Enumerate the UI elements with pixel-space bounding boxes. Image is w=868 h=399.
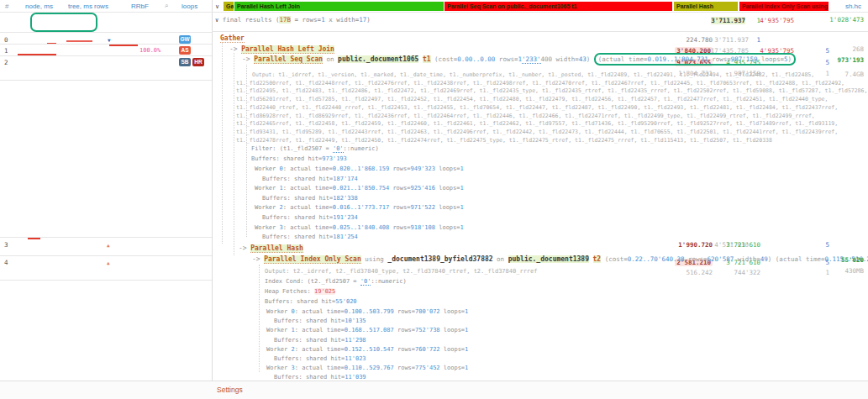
node-ms: 224.780 <box>686 36 713 44</box>
shhc-join: 268 <box>852 45 864 53</box>
node-ms: 1'990.720 <box>678 241 713 249</box>
worker-line: Worker 0: actual time=0.020..1'868.159 r… <box>255 165 464 175</box>
divider <box>0 280 212 281</box>
heat-bar <box>28 238 40 239</box>
column-header-rrbf[interactable]: RRbF <box>131 3 149 10</box>
worker-line: Buffers: shared hit=182'338 <box>255 194 464 204</box>
index-cond-line: Index Cond: (t2._fld2507 = '0'::numeric) <box>265 276 538 286</box>
divider <box>0 80 212 81</box>
buffers-line: Buffers: shared hit=973'193 <box>251 154 379 164</box>
node-name[interactable]: Gather <box>220 34 245 43</box>
settings-link[interactable]: Settings <box>217 386 243 394</box>
collapse-chevron-icon[interactable]: ∨ <box>215 3 219 10</box>
table-alias[interactable]: t2 <box>593 255 602 263</box>
worker-line: Worker 3: actual time=0.110..529.767 row… <box>266 364 468 373</box>
workers-block: Worker 0: actual time=0.100..503.799 row… <box>266 307 468 383</box>
worker-line: Worker 1: actual time=0.168..517.087 row… <box>266 326 468 335</box>
badge-gw[interactable]: GW <box>179 35 191 44</box>
rrbf-percent: 100.0% <box>139 47 160 54</box>
node-name[interactable]: Parallel Index Only Scan <box>264 255 361 264</box>
sub-loops: 1 <box>825 269 829 276</box>
divider <box>212 31 868 32</box>
final-results-line[interactable]: ∨ final results (17B = rows=1 x width=17… <box>215 16 371 24</box>
rows-value: 3'721'610 <box>726 241 760 249</box>
arrow: -> <box>239 244 247 252</box>
heap-fetches-value: 19'025 <box>314 288 335 295</box>
row-num: 2 <box>4 59 8 66</box>
index-name[interactable]: _document1389_byfield37882 <box>387 255 492 263</box>
flame-segment-hash[interactable]: Parallel Hash <box>674 2 738 11</box>
badge-as[interactable]: AS <box>179 46 191 55</box>
summary-tree-ms: 3'711.937 <box>711 17 745 24</box>
summary-highlight-ring <box>30 13 97 32</box>
heat-bar <box>66 40 92 42</box>
column-header-num: # <box>5 3 8 10</box>
filter-buffers-block: Filter: (t1._fld2507 = '0'::numeric) Buf… <box>251 144 379 164</box>
rows-value: 1 <box>756 36 760 44</box>
divider <box>0 55 212 56</box>
column-header-rows[interactable]: rows <box>94 3 108 10</box>
table-alias[interactable]: t1 <box>423 55 431 63</box>
footer-bar: Settings <box>0 381 868 399</box>
node-name[interactable]: Parallel Hash <box>250 244 303 253</box>
plan-node-index-only-scan[interactable]: -> Parallel Index Only Scan using _docum… <box>252 255 868 263</box>
node-name[interactable]: Parallel Seq Scan <box>254 55 323 64</box>
worker-line: Worker 2: actual time=0.152..510.547 row… <box>266 345 468 354</box>
output-line: t1._fld22440_rtref, t1._fld22440_rrref, … <box>236 104 867 113</box>
flame-segment-hash-join[interactable]: Parallel Hash Left Join <box>234 2 444 11</box>
sub-rows: 744'322 <box>734 269 760 276</box>
expand-chevron-icon[interactable]: ∨ <box>215 17 218 24</box>
divider <box>0 32 212 33</box>
flame-segment-gather[interactable]: Ga <box>224 2 234 11</box>
plan-node-gather[interactable]: Gather <box>220 34 245 42</box>
shhc-seq-hit: 973'193 <box>837 56 864 64</box>
column-header-loops[interactable]: loops <box>181 3 197 10</box>
heap-fetches-line: Heap Fetches: 19'025 <box>265 286 538 297</box>
search-icon[interactable]: ⌕ <box>165 2 168 10</box>
divider <box>212 12 868 13</box>
worker-line: Buffers: shared hit=11'023 <box>266 354 468 364</box>
output-line: Output: t1._idrref, t1._version, t1._mar… <box>236 71 867 80</box>
pane-divider[interactable] <box>212 0 213 381</box>
divider <box>0 44 212 45</box>
flame-segment-seq-scan[interactable]: Parallel Seq Scan on public._document106… <box>445 2 672 11</box>
loops-value: 5 <box>825 59 829 66</box>
output-columns-block: Output: t1._idrref, t1._version, t1._mar… <box>236 71 867 144</box>
shhc-column-link[interactable]: sh.hc <box>845 3 861 10</box>
plan-node-seq-scan[interactable]: -> Parallel Seq Scan on public._document… <box>242 55 796 63</box>
heat-bar <box>109 45 138 46</box>
output-line: t1._fld22465rref, t1._fld22458, t1._fld2… <box>236 120 867 129</box>
output-line: t1._fld56201rref, t1._fld57285, t1._fld2… <box>236 96 867 104</box>
badge-hr[interactable]: HR <box>192 58 204 66</box>
output-line: t1._fld22500rref, t1._fld22448rref, t1._… <box>236 80 867 88</box>
node-name[interactable]: Parallel Hash Left Join <box>241 45 334 54</box>
row-num: 1 <box>4 47 8 55</box>
column-header-tree-ms[interactable]: tree, ms <box>68 3 92 10</box>
cost-info: (cost=0.00..0.00 rows=1'233'400 width=43… <box>434 55 590 64</box>
worker-line: Buffers: shared hit=191'234 <box>255 213 464 223</box>
shhc-idx-hit: 55'020 <box>841 256 864 264</box>
cost-info: (cost=0.22..70'640.38 rows=620'587 width… <box>605 255 772 263</box>
actual-time-info: (actual time=0.019..1'804.731 rows=987'1… <box>594 53 796 66</box>
loops-value: 5 <box>825 241 829 249</box>
table-name[interactable]: public._document1065 <box>338 55 418 63</box>
column-header-node-ms[interactable]: node, ms <box>25 3 53 10</box>
warning-triangle-icon: ▲ <box>107 260 110 265</box>
plan-node-hash[interactable]: -> Parallel Hash <box>239 244 303 252</box>
tree-ms: 3'711.937 <box>714 36 749 44</box>
index-scan-details: Output: t2._idrref, t2._fld37840_type, t… <box>265 266 538 307</box>
table-name[interactable]: public._document1389 <box>508 255 589 263</box>
worker-line: Buffers: shared hit=181'254 <box>255 233 464 243</box>
arrow: -> <box>242 55 250 63</box>
warning-triangle-icon: ▲ <box>107 242 110 248</box>
worker-line: Buffers: shared hit=10'135 <box>266 317 468 326</box>
badge-sb[interactable]: SB <box>179 58 191 66</box>
worker-line: Worker 0: actual time=0.100..503.799 row… <box>266 307 468 317</box>
plan-node-hash-left-join[interactable]: -> Parallel Hash Left Join <box>229 45 334 53</box>
flame-segment-index-scan[interactable]: Parallel Index Only Scan using _docume <box>739 2 829 11</box>
divider <box>0 255 212 256</box>
final-size: 17B <box>279 16 291 24</box>
arrow: -> <box>229 45 238 53</box>
worker-line: Worker 1: actual time=0.021..1'850.754 r… <box>255 184 464 194</box>
divider <box>0 237 212 238</box>
